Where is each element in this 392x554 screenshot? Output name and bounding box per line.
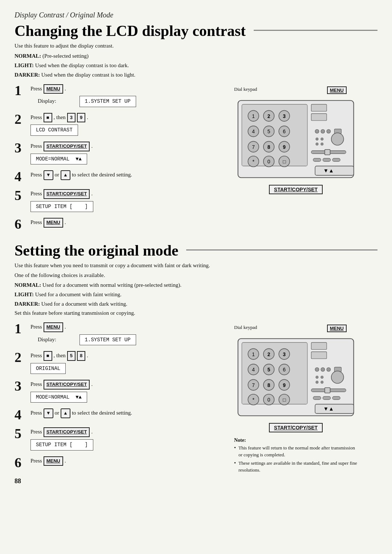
start-copy-set-label-1: START/COPY/SET [269, 185, 323, 194]
svg-point-79 [320, 380, 324, 384]
svg-rect-71 [311, 352, 327, 359]
svg-text:□: □ [283, 397, 286, 403]
key3-1: 3 [67, 113, 75, 123]
svg-text:1: 1 [252, 113, 255, 119]
menu-device-label-1: MENU [327, 86, 347, 94]
svg-text:7: 7 [252, 382, 255, 388]
svg-point-35 [320, 142, 324, 146]
svg-text:8: 8 [268, 144, 270, 150]
intro2-light: LIGHT: Used for a document with faint wr… [15, 290, 377, 299]
startcopy-key-2: START/COPY/SET [44, 189, 90, 199]
s2-up-arrow-1: ▲ [61, 408, 70, 418]
section2: Setting the original mode Use this featu… [15, 242, 377, 485]
title-underline-2 [186, 249, 377, 250]
intro2-line2: One of the following choices is availabl… [15, 271, 377, 280]
svg-rect-38 [325, 149, 330, 155]
intro2-darker: DARKER: Used for a document with dark wr… [15, 300, 377, 308]
s2-display1-3: MODE=NORMAL ▼▲ [30, 392, 87, 403]
svg-rect-83 [313, 396, 321, 400]
step-6: 6 Press MENU . [15, 216, 203, 231]
svg-point-29 [321, 129, 325, 133]
section2-steps: 1 Press MENU . Display: 1.SYSTEM SET UP … [15, 321, 203, 474]
note-item-2: These settings are available in the stan… [234, 460, 358, 474]
svg-point-72 [315, 367, 319, 371]
h-key-1: ■ [44, 113, 52, 123]
svg-point-34 [315, 142, 319, 146]
s2-step-3: 3 Press START/COPY/SET . MODE=NORMAL ▼▲ [15, 378, 203, 403]
start-copy-set-label-2: START/COPY/SET [269, 423, 323, 432]
svg-rect-42 [315, 166, 354, 175]
svg-text:3: 3 [283, 351, 286, 357]
s2-menu-key-1: MENU [44, 322, 63, 332]
s2-step-4: 4 Press ▼ or ▲ to select the desired set… [15, 407, 203, 421]
display1-5: SETUP ITEM [ ] [30, 201, 93, 212]
svg-text:▼▲: ▼▲ [323, 168, 334, 174]
section1-device: Dial keypad MENU 1 2 3 4 5 [214, 83, 377, 236]
section2-title: Setting the original mode [15, 242, 377, 259]
s2-startcopy-key-1: START/COPY/SET [44, 380, 90, 390]
svg-text:6: 6 [283, 129, 286, 134]
step-4: 4 Press ▼ or ▲ to select the desired set… [15, 169, 203, 183]
section1-subtitle: Display Contrast / Original Mode [15, 11, 377, 19]
intro-light: LIGHT: Used when the display contrast is… [15, 61, 377, 70]
section1-intro: Use this feature to adjust the display c… [15, 42, 377, 79]
svg-rect-41 [332, 158, 340, 162]
svg-text:*: * [252, 397, 254, 403]
section2-intro: Use this feature when you need to transm… [15, 261, 377, 317]
display1-2: LCD CONTRAST [30, 125, 78, 135]
svg-point-30 [327, 129, 331, 133]
step-5: 5 Press START/COPY/SET . SETUP ITEM [ ] [15, 188, 203, 212]
svg-rect-86 [315, 404, 354, 414]
startcopy-key-1: START/COPY/SET [44, 142, 90, 151]
svg-text:2: 2 [268, 113, 270, 119]
page-number: 88 [15, 477, 377, 485]
display1-3: MODE=NORMAL ▼▲ [30, 154, 87, 164]
svg-text:1: 1 [252, 351, 255, 357]
device-illustration-2: 1 2 3 4 5 6 7 8 9 * 0 [234, 334, 358, 421]
s2-step-1: 1 Press MENU . Display: 1.SYSTEM SET UP [15, 321, 203, 345]
svg-point-77 [320, 376, 324, 379]
note-section: Note: This feature will return to the no… [234, 437, 358, 474]
svg-text:▼▲: ▼▲ [323, 406, 334, 412]
section2-content: 1 Press MENU . Display: 1.SYSTEM SET UP … [15, 321, 377, 474]
display1-1: 1.SYSTEM SET UP [79, 96, 136, 107]
menu-key-2: MENU [44, 218, 63, 228]
section1: Display Contrast / Original Mode Changin… [15, 11, 377, 235]
svg-text:5: 5 [268, 129, 270, 134]
menu-device-label-2: MENU [327, 325, 347, 332]
intro2-normal: NORMAL: Used for a document with normal … [15, 281, 377, 289]
s2-key8-1: 8 [77, 351, 85, 361]
svg-rect-70 [311, 342, 327, 349]
s2-display1-5: SETUP ITEM [ ] [30, 439, 93, 450]
note-item-1: This feature will return to the normal m… [234, 444, 358, 459]
svg-point-33 [320, 137, 324, 140]
svg-point-28 [315, 129, 319, 133]
svg-rect-27 [311, 113, 327, 120]
s2-key5-1: 5 [67, 351, 75, 361]
svg-rect-85 [332, 396, 340, 400]
section1-title: Changing the LCD display contrast [15, 22, 377, 40]
svg-rect-82 [325, 387, 330, 393]
svg-point-78 [315, 380, 319, 384]
intro-line-1: Use this feature to adjust the display c… [15, 42, 377, 50]
dial-keypad-label-2: Dial keypad [234, 325, 257, 332]
svg-point-74 [327, 367, 331, 371]
svg-text:5: 5 [268, 367, 270, 372]
title-underline [254, 30, 377, 31]
section2-device: Dial keypad MENU 1 2 3 4 5 6 7 [214, 321, 377, 474]
section1-steps: 1 Press MENU . Display: 1.SYSTEM SET UP … [15, 83, 203, 236]
svg-rect-40 [323, 158, 330, 162]
s2-display1-1: 1.SYSTEM SET UP [79, 334, 136, 345]
s2-menu-key-2: MENU [44, 456, 63, 466]
svg-rect-84 [323, 396, 330, 400]
intro-darker: DARKER: Used when the display contrast i… [15, 70, 377, 79]
section1-content: 1 Press MENU . Display: 1.SYSTEM SET UP … [15, 83, 377, 236]
note-title: Note: [234, 437, 358, 443]
down-arrow-1: ▼ [44, 170, 53, 180]
dial-keypad-label-1: Dial keypad [234, 86, 257, 94]
intro-normal: NORMAL: (Pre-selected setting) [15, 52, 377, 60]
svg-point-73 [321, 367, 325, 371]
intro2-line1: Use this feature when you need to transm… [15, 261, 377, 270]
s2-display1-2: ORIGINAL [30, 363, 66, 374]
svg-text:4: 4 [252, 367, 255, 372]
